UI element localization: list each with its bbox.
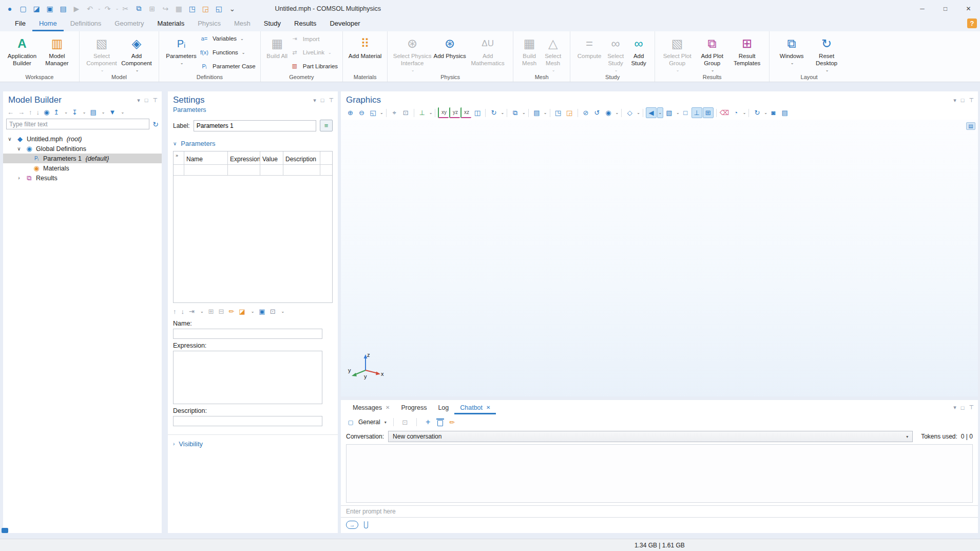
camera-projection-icon[interactable]: ◫: [472, 107, 483, 118]
zoom-to-selection-icon[interactable]: ⊡: [400, 107, 411, 118]
rotate-view-icon[interactable]: ↻: [488, 107, 499, 118]
wireframe-icon[interactable]: ◇: [624, 107, 635, 118]
expression-input[interactable]: [173, 351, 322, 404]
panel-pin-icon[interactable]: ⊤: [969, 404, 974, 411]
add-study-button[interactable]: ∞ Add Study: [627, 34, 650, 67]
open-file-button[interactable]: ◪: [30, 2, 43, 15]
tree-filter-input[interactable]: [6, 119, 149, 129]
chat-mode-button[interactable]: ▢ General ▾: [346, 417, 387, 427]
print-icon[interactable]: ▤: [779, 107, 790, 118]
find-button[interactable]: ◱: [212, 2, 225, 15]
chevron-down-icon[interactable]: ⌄: [544, 110, 547, 115]
tab-progress[interactable]: Progress: [395, 401, 432, 414]
clear-table-icon[interactable]: ✏: [228, 308, 234, 315]
close-tab-icon[interactable]: ✕: [486, 405, 490, 410]
move-down-icon[interactable]: ↓: [36, 108, 40, 116]
column-header-description[interactable]: Description: [283, 151, 320, 164]
panel-pin-icon[interactable]: ⊤: [329, 97, 334, 104]
delete-conversation-icon[interactable]: [437, 420, 443, 426]
panel-float-icon[interactable]: □: [961, 405, 965, 411]
tab-messages[interactable]: Messages ✕: [347, 401, 395, 414]
collapse-all-icon[interactable]: ↥: [53, 108, 59, 116]
add-physics-button[interactable]: ⊛ Add Physics: [432, 34, 467, 60]
view-xy-icon[interactable]: xy: [438, 107, 449, 118]
close-tab-icon[interactable]: ✕: [386, 405, 390, 410]
image-settings-icon[interactable]: ▤: [531, 107, 542, 118]
scene-light-icon[interactable]: ⧉: [510, 107, 521, 118]
chevron-down-icon[interactable]: ⌄: [522, 110, 526, 115]
clear-conversation-icon[interactable]: ✏: [448, 417, 457, 427]
conversation-select[interactable]: New conversation ▾: [388, 431, 913, 442]
load-from-file-icon[interactable]: ◪: [239, 308, 245, 315]
create-note-button[interactable]: ≡: [320, 120, 333, 131]
row-down-icon[interactable]: ↓: [181, 308, 185, 315]
rename-icon[interactable]: ⊡: [270, 308, 276, 315]
send-prompt-button[interactable]: →: [346, 521, 358, 529]
move-to-icon[interactable]: ⇥: [189, 308, 195, 315]
move-up-icon[interactable]: ↑: [29, 108, 32, 116]
close-button[interactable]: ✕: [957, 0, 980, 17]
redo-button[interactable]: ↷: [101, 2, 114, 15]
chevron-down-icon[interactable]: ⌄: [429, 110, 433, 115]
redo-caret-icon[interactable]: ⌄: [116, 6, 119, 11]
panel-float-icon[interactable]: □: [321, 97, 324, 103]
copy-button[interactable]: ⧉: [132, 2, 145, 15]
save-as-button[interactable]: ▤: [56, 2, 70, 15]
column-header-expression[interactable]: Expression: [228, 151, 260, 164]
maximize-button[interactable]: □: [934, 0, 957, 17]
chevron-down-icon[interactable]: ⌄: [676, 110, 680, 115]
label-input[interactable]: [194, 120, 316, 131]
expander-icon[interactable]: ∨: [15, 146, 23, 151]
cut-button[interactable]: ✂: [119, 2, 132, 15]
section-visibility[interactable]: › Visibility: [168, 435, 338, 451]
chevron-down-icon[interactable]: ⌄: [764, 110, 767, 115]
new-file-button[interactable]: ▢: [16, 2, 30, 15]
table-corner-icon[interactable]: »: [174, 151, 184, 164]
prompt-input[interactable]: [341, 505, 978, 518]
graphics-canvas[interactable]: ▤ y y z x: [341, 120, 978, 396]
section-parameters[interactable]: ∨ Parameters: [168, 135, 338, 151]
tab-file[interactable]: File: [8, 17, 32, 31]
select-box-icon[interactable]: ◳: [553, 107, 564, 118]
model-manager-button[interactable]: ▥ Model Manager: [40, 34, 74, 67]
chevron-down-icon[interactable]: ⌄: [83, 110, 86, 115]
show-material-color-icon[interactable]: □: [680, 107, 691, 118]
reset-desktop-button[interactable]: ↻ Reset Desktop ⌄: [809, 34, 844, 72]
delete-button[interactable]: ▦: [172, 2, 185, 15]
parameters-table[interactable]: » Name Expression Value Description: [173, 151, 333, 303]
show-grid-icon[interactable]: ⊞: [703, 107, 714, 118]
view-visibility-icon[interactable]: ◉: [603, 107, 614, 118]
chevron-down-icon[interactable]: ⌄: [200, 309, 204, 314]
tab-study[interactable]: Study: [257, 17, 287, 31]
chevron-down-icon[interactable]: ⌄: [501, 110, 504, 115]
tree-item-global-definitions[interactable]: ∨ ◉ Global Definitions: [3, 144, 162, 154]
transparency-icon[interactable]: ▧: [664, 107, 675, 118]
hide-objects-icon[interactable]: ⊘: [581, 107, 591, 118]
paste-button[interactable]: ⊞: [145, 2, 159, 15]
tab-materials[interactable]: Materials: [150, 17, 191, 31]
tree-item-results[interactable]: › ⧉ Results: [3, 173, 162, 183]
chevron-down-icon[interactable]: ⌄: [251, 309, 255, 314]
zoom-in-icon[interactable]: ⊕: [345, 107, 356, 118]
filter-icon[interactable]: ▼: [109, 108, 116, 116]
tab-home[interactable]: Home: [32, 17, 64, 31]
panel-float-icon[interactable]: □: [145, 97, 148, 103]
result-templates-button[interactable]: ⊞ Result Templates: [729, 34, 764, 67]
tab-log[interactable]: Log: [432, 401, 454, 414]
chevron-down-icon[interactable]: ⌄: [281, 309, 285, 314]
run-button[interactable]: ▶: [70, 2, 83, 15]
parameters-button[interactable]: Pᵢ Parameters ⌄: [164, 34, 199, 65]
show-axis-orientation-icon[interactable]: ⊥: [691, 107, 702, 118]
panel-menu-icon[interactable]: ▾: [137, 97, 140, 104]
color-theme-icon[interactable]: ◔: [731, 107, 741, 118]
panel-menu-icon[interactable]: ▾: [953, 404, 956, 411]
chevron-down-icon[interactable]: ⌄: [380, 110, 383, 115]
expander-icon[interactable]: ∨: [6, 136, 13, 142]
chevron-down-icon[interactable]: ⌄: [102, 110, 105, 115]
help-icon[interactable]: ?: [967, 18, 977, 28]
view-orientation-icon[interactable]: ⊥: [417, 107, 428, 118]
add-material-button[interactable]: ⠿ Add Material: [348, 34, 382, 60]
windows-button[interactable]: ⧉ Windows ⌄: [774, 34, 809, 65]
row-up-icon[interactable]: ↑: [173, 308, 177, 315]
section-expander-icon[interactable]: ∨: [173, 141, 177, 146]
